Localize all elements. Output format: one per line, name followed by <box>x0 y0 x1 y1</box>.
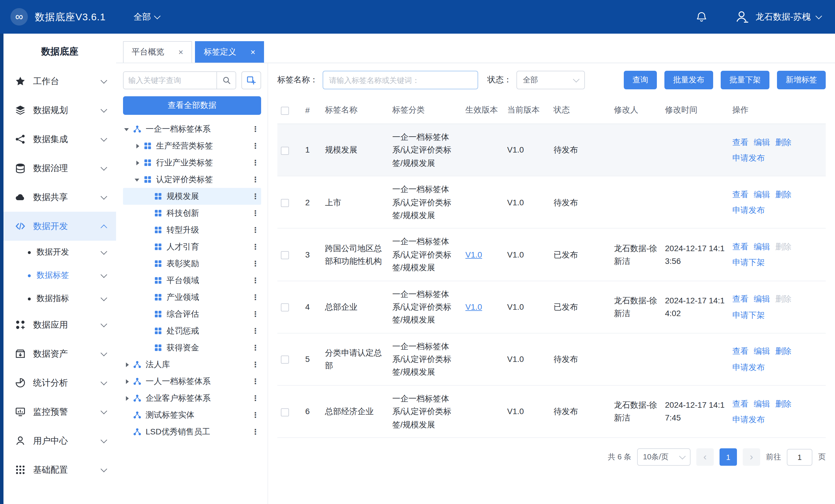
delete-link[interactable]: 删除 <box>775 346 792 356</box>
kebab-menu-icon[interactable]: ⋮ <box>251 209 259 217</box>
kebab-menu-icon[interactable]: ⋮ <box>251 259 259 268</box>
edit-link[interactable]: 编辑 <box>754 190 770 199</box>
kebab-menu-icon[interactable]: ⋮ <box>251 276 259 285</box>
kebab-menu-icon[interactable]: ⋮ <box>251 192 259 201</box>
kebab-menu-icon[interactable]: ⋮ <box>251 411 259 419</box>
delete-link[interactable]: 删除 <box>775 137 792 146</box>
kebab-menu-icon[interactable]: ⋮ <box>251 158 259 167</box>
kebab-menu-icon[interactable]: ⋮ <box>251 226 259 234</box>
tree-node-13[interactable]: 获得资金⋮ <box>123 339 261 356</box>
view-link[interactable]: 查看 <box>732 137 749 146</box>
tree-node-4[interactable]: 规模发展⋮ <box>123 188 261 205</box>
chevron-down-icon[interactable] <box>816 13 822 19</box>
effective-version-link[interactable]: V1.0 <box>465 250 482 259</box>
sidebar-item-7[interactable]: 数据资产 <box>3 339 116 368</box>
scope-dropdown[interactable]: 全部 <box>134 11 160 22</box>
notification-bell-icon[interactable] <box>695 10 708 23</box>
view-link[interactable]: 查看 <box>732 346 749 356</box>
view-link[interactable]: 查看 <box>732 190 749 199</box>
tree-expand-icon[interactable] <box>124 378 133 385</box>
tree-node-9[interactable]: 平台领域⋮ <box>123 272 261 289</box>
select-all-checkbox[interactable] <box>281 107 289 115</box>
edit-link[interactable]: 编辑 <box>754 137 770 146</box>
tree-node-11[interactable]: 综合评估⋮ <box>123 306 261 322</box>
tree-node-6[interactable]: 转型升级⋮ <box>123 222 261 238</box>
delete-link[interactable]: 删除 <box>775 399 792 408</box>
close-icon[interactable]: ✕ <box>178 48 183 56</box>
kebab-menu-icon[interactable]: ⋮ <box>251 293 259 301</box>
sidebar-item-4[interactable]: 数据共享 <box>3 183 116 212</box>
sidebar-subitem-5-0[interactable]: 数据开发 <box>3 241 116 264</box>
tree-expand-icon[interactable] <box>124 361 133 368</box>
kebab-menu-icon[interactable]: ⋮ <box>251 394 259 402</box>
sidebar-item-2[interactable]: 数据集成 <box>3 125 116 154</box>
edit-link[interactable]: 编辑 <box>754 242 770 251</box>
view-link[interactable]: 查看 <box>732 242 749 251</box>
kebab-menu-icon[interactable]: ⋮ <box>251 310 259 318</box>
prev-page-button[interactable]: ‹ <box>696 448 714 466</box>
tree-node-16[interactable]: 企业客户标签体系⋮ <box>123 390 261 406</box>
edit-link[interactable]: 编辑 <box>754 346 770 356</box>
kebab-menu-icon[interactable]: ⋮ <box>251 243 259 251</box>
row-checkbox[interactable] <box>281 303 289 312</box>
publish-action-link[interactable]: 申请下架 <box>732 310 765 319</box>
row-checkbox[interactable] <box>281 356 289 364</box>
tree-expand-icon[interactable] <box>124 395 133 402</box>
current-page-button[interactable]: 1 <box>719 448 737 466</box>
tab-0[interactable]: 平台概览✕ <box>123 41 192 63</box>
publish-action-link[interactable]: 申请发布 <box>732 415 765 424</box>
tag-name-filter-input[interactable] <box>323 71 478 89</box>
edit-link[interactable]: 编辑 <box>754 399 770 408</box>
tree-node-17[interactable]: 测试标签实体⋮ <box>123 406 261 423</box>
tree-search-input[interactable] <box>124 72 217 89</box>
view-all-data-button[interactable]: 查看全部数据 <box>123 96 261 115</box>
sidebar-item-9[interactable]: 监控预警 <box>3 397 116 426</box>
tree-node-1[interactable]: 生产经营类标签⋮ <box>123 138 261 154</box>
tab-1[interactable]: 标签定义✕ <box>195 41 264 63</box>
tree-expand-icon[interactable] <box>135 176 143 183</box>
kebab-menu-icon[interactable]: ⋮ <box>251 360 259 369</box>
tree-expand-icon[interactable] <box>124 126 133 132</box>
tree-node-3[interactable]: 认定评价类标签⋮ <box>123 171 261 188</box>
tree-expand-icon[interactable] <box>135 142 143 149</box>
row-checkbox[interactable] <box>281 408 289 416</box>
delete-link[interactable]: 删除 <box>775 190 792 199</box>
row-checkbox[interactable] <box>281 146 289 154</box>
tree-node-7[interactable]: 人才引育⋮ <box>123 238 261 255</box>
sidebar-item-11[interactable]: 基础配置 <box>3 455 116 484</box>
sidebar-item-0[interactable]: 工作台 <box>3 67 116 96</box>
tree-node-0[interactable]: 一企一档标签体系⋮ <box>123 121 261 138</box>
close-icon[interactable]: ✕ <box>250 48 255 56</box>
kebab-menu-icon[interactable]: ⋮ <box>251 125 259 133</box>
delete-link[interactable]: 删除 <box>775 242 792 251</box>
batch-publish-button[interactable]: 批量发布 <box>665 71 713 89</box>
add-category-button[interactable] <box>241 71 261 89</box>
tree-node-14[interactable]: 法人库⋮ <box>123 356 261 373</box>
kebab-menu-icon[interactable]: ⋮ <box>251 377 259 386</box>
sidebar-item-10[interactable]: 用户中心 <box>3 426 116 455</box>
sidebar-item-1[interactable]: 数据规划 <box>3 96 116 125</box>
publish-action-link[interactable]: 申请下架 <box>732 258 765 267</box>
tree-node-5[interactable]: 科技创新⋮ <box>123 205 261 222</box>
tree-expand-icon[interactable] <box>135 159 143 166</box>
sidebar-subitem-5-1[interactable]: 数据标签 <box>3 264 116 287</box>
view-link[interactable]: 查看 <box>732 399 749 408</box>
batch-unpublish-button[interactable]: 批量下架 <box>721 71 770 89</box>
add-tag-button[interactable]: 新增标签 <box>777 71 826 89</box>
kebab-menu-icon[interactable]: ⋮ <box>251 175 259 184</box>
page-size-select[interactable]: 10条/页 <box>637 448 691 466</box>
publish-action-link[interactable]: 申请发布 <box>732 206 765 215</box>
edit-link[interactable]: 编辑 <box>754 294 770 303</box>
effective-version-link[interactable]: V1.0 <box>465 302 482 312</box>
goto-page-input[interactable] <box>787 448 812 465</box>
sidebar-item-5[interactable]: 数据开发 <box>3 212 116 241</box>
publish-action-link[interactable]: 申请发布 <box>732 153 765 162</box>
user-name[interactable]: 龙石数据-苏槐 <box>755 11 811 22</box>
sidebar-item-3[interactable]: 数据治理 <box>3 154 116 183</box>
kebab-menu-icon[interactable]: ⋮ <box>251 327 259 335</box>
tree-node-12[interactable]: 处罚惩戒⋮ <box>123 322 261 339</box>
status-select[interactable]: 全部 <box>516 71 585 89</box>
delete-link[interactable]: 删除 <box>775 294 792 303</box>
kebab-menu-icon[interactable]: ⋮ <box>251 343 259 352</box>
publish-action-link[interactable]: 申请发布 <box>732 362 765 372</box>
